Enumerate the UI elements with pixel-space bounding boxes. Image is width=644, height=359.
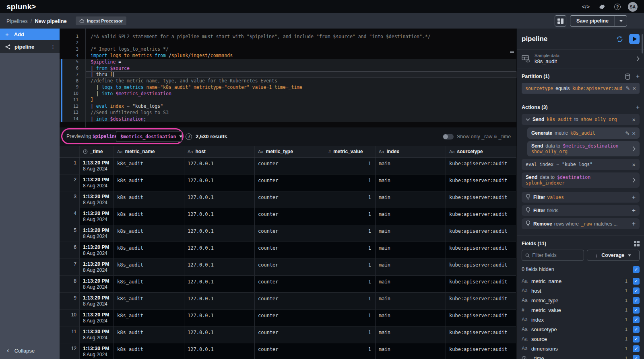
column-header-metric_name[interactable]: Aametric_name bbox=[114, 146, 184, 157]
sidebar-item-pipeline[interactable]: pipeline ⋮ bbox=[0, 40, 60, 53]
action-generate-metric[interactable]: Generate metric k8s_audit ✎ × bbox=[527, 127, 640, 139]
cell-metric-value: 1 bbox=[325, 158, 376, 174]
sample-data-row[interactable]: Sample data k8s_audit bbox=[522, 49, 640, 68]
table-row[interactable]: 91:13:20 PM8 Aug 2024k8s_audit127.0.0.1c… bbox=[60, 293, 516, 310]
table-row[interactable]: 21:13:20 PM8 Aug 2024k8s_audit127.0.0.1c… bbox=[60, 174, 516, 191]
field-visibility-checkbox[interactable]: ✓ bbox=[633, 307, 640, 314]
suggestion-card[interactable]: Filterfields+ bbox=[522, 205, 640, 216]
code-line: 5$pipeline = bbox=[60, 59, 516, 65]
info-icon[interactable]: i bbox=[186, 133, 192, 140]
table-row[interactable]: 51:13:20 PM8 Aug 2024k8s_audit127.0.0.1c… bbox=[60, 225, 516, 242]
field-visibility-checkbox[interactable]: ✓ bbox=[633, 336, 640, 343]
field-visibility-checkbox[interactable]: ✓ bbox=[633, 297, 640, 304]
suggestion-card[interactable]: Filtervalues+ bbox=[522, 192, 640, 203]
code-line: 9 | logs_to_metrics name="k8s_audit" met… bbox=[60, 84, 516, 90]
fields-list: Aametric_name1✓Aahost1✓Aametric_type1✓#m… bbox=[522, 276, 640, 359]
column-header-metric_type[interactable]: Aametric_type bbox=[255, 146, 325, 157]
preview-toolbar: Previewing $pipeline $metrics_destinatio… bbox=[60, 127, 516, 146]
table-row[interactable]: 31:13:20 PM8 Aug 2024k8s_audit127.0.0.1c… bbox=[60, 191, 516, 208]
column-header-metric_value[interactable]: #metric_value bbox=[325, 146, 376, 157]
field-row-host: Aahost1✓ bbox=[522, 286, 640, 295]
cell-metric-value: 1 bbox=[325, 208, 376, 225]
column-header-index[interactable]: Aaindex bbox=[376, 146, 446, 157]
table-row[interactable]: 81:13:20 PM8 Aug 2024k8s_audit127.0.0.1c… bbox=[60, 276, 516, 293]
add-button[interactable]: + Add bbox=[0, 29, 60, 40]
spl2-code-editor[interactable]: 1/*A valid SPL2 statement for a pipeline… bbox=[60, 29, 516, 127]
remove-partition-icon[interactable]: × bbox=[632, 85, 636, 91]
layout-view-button[interactable] bbox=[555, 15, 566, 27]
user-avatar[interactable]: SA bbox=[628, 2, 638, 12]
lightbulb-icon bbox=[526, 220, 530, 228]
edit-pencil-icon[interactable]: ✎ bbox=[625, 85, 630, 91]
cell-index: main bbox=[376, 293, 446, 309]
string-type-icon: Aa bbox=[522, 346, 528, 351]
table-row[interactable]: 11:13:20 PM8 Aug 2024k8s_audit127.0.0.1c… bbox=[60, 158, 516, 174]
select-all-checkbox[interactable]: ✓ bbox=[633, 266, 640, 273]
kebab-menu-icon[interactable]: ⋮ bbox=[50, 44, 56, 50]
fields-grid-icon[interactable] bbox=[634, 241, 640, 246]
add-action-icon[interactable]: + bbox=[636, 104, 640, 111]
cell-index: main bbox=[376, 208, 446, 225]
cell-time: 1:13:20 PM8 Aug 2024 bbox=[80, 174, 114, 191]
sync-icon[interactable] bbox=[616, 35, 623, 43]
coverage-sort-dropdown[interactable]: ↓ Coverage bbox=[587, 250, 640, 261]
table-row[interactable]: 61:13:20 PM8 Aug 2024k8s_audit127.0.0.1c… bbox=[60, 242, 516, 259]
remove-action-icon[interactable]: × bbox=[632, 117, 636, 123]
preview-destination-select[interactable]: $metrics_destination bbox=[116, 131, 182, 142]
column-header-host[interactable]: Aahost bbox=[184, 146, 255, 157]
breadcrumb-pipelines[interactable]: Pipelines bbox=[6, 18, 28, 24]
action-eval-index[interactable]: eval index = "kube_logs" × bbox=[522, 159, 640, 170]
cell-metric-type: counter bbox=[255, 158, 325, 174]
remove-action-icon[interactable]: × bbox=[632, 162, 636, 168]
action-send-destination[interactable]: Send data to $destination splunk_indexer bbox=[522, 172, 640, 188]
row-number: 7 bbox=[60, 259, 80, 275]
save-pipeline-dropdown[interactable] bbox=[615, 16, 627, 26]
database-icon[interactable] bbox=[625, 74, 630, 80]
table-row[interactable]: 41:13:20 PM8 Aug 2024k8s_audit127.0.0.1c… bbox=[60, 208, 516, 225]
help-icon[interactable]: ? bbox=[614, 4, 621, 10]
line-number: 12 bbox=[60, 104, 85, 109]
field-visibility-checkbox[interactable]: ✓ bbox=[633, 287, 640, 294]
edit-pencil-icon[interactable]: ✎ bbox=[625, 130, 630, 136]
table-row[interactable]: 111:13:30 PM8 Aug 2024k8s_audit127.0.0.1… bbox=[60, 326, 516, 343]
suggestion-card[interactable]: Removerows where_rawmatches ...+ bbox=[522, 218, 640, 229]
table-row[interactable]: 121:13:30 PM8 Aug 2024k8s_audit127.0.0.1… bbox=[60, 343, 516, 359]
cell-metric-value: 1 bbox=[325, 343, 376, 359]
code-icon[interactable]: </> bbox=[582, 4, 590, 10]
gear-icon[interactable] bbox=[599, 4, 605, 10]
field-filter-input[interactable] bbox=[532, 252, 580, 258]
add-suggestion-icon[interactable]: + bbox=[632, 194, 636, 201]
editor-scrollbar-thumb[interactable] bbox=[510, 51, 514, 53]
add-suggestion-icon[interactable]: + bbox=[632, 221, 636, 227]
add-suggestion-icon[interactable]: + bbox=[632, 207, 636, 214]
field-visibility-checkbox[interactable]: ✓ bbox=[633, 278, 640, 285]
action-send-metrics-destination[interactable]: Send data to $metrics_destination show_o… bbox=[527, 141, 640, 156]
collapse-sidebar-button[interactable]: ‹ Collapse bbox=[0, 342, 60, 359]
remove-action-icon[interactable]: × bbox=[632, 130, 636, 136]
run-preview-button[interactable] bbox=[629, 34, 640, 44]
field-visibility-checkbox[interactable]: ✓ bbox=[633, 316, 640, 323]
partition-rule-chip[interactable]: sourcetype equals kube:apiserver:audit ✎… bbox=[522, 83, 640, 94]
show-raw-time-toggle[interactable] bbox=[443, 134, 454, 139]
previewing-label: Previewing $pipeline bbox=[66, 133, 118, 139]
row-number: 8 bbox=[60, 276, 80, 292]
table-row[interactable]: 101:13:20 PM8 Aug 2024k8s_audit127.0.0.1… bbox=[60, 310, 516, 326]
row-number: 3 bbox=[60, 191, 80, 208]
field-filter-box[interactable] bbox=[522, 250, 584, 261]
field-visibility-checkbox[interactable]: ✓ bbox=[633, 355, 640, 359]
column-header-_time[interactable]: _time bbox=[80, 146, 114, 157]
table-row[interactable]: 71:13:20 PM8 Aug 2024k8s_audit127.0.0.1c… bbox=[60, 259, 516, 276]
field-row-_time: _time1✓ bbox=[522, 353, 640, 359]
panel-scrollbar-thumb[interactable] bbox=[642, 34, 643, 53]
cell-metric-type: counter bbox=[255, 259, 325, 275]
save-pipeline-button[interactable]: Save pipeline bbox=[570, 16, 615, 26]
field-visibility-checkbox[interactable]: ✓ bbox=[633, 345, 640, 352]
action-send-group[interactable]: Send k8s_audit to show_o11y_org × bbox=[522, 114, 640, 125]
column-header-sourcetype[interactable]: Aasourcetype bbox=[446, 146, 516, 157]
field-name: metric_name bbox=[531, 278, 623, 284]
cell-time: 1:13:20 PM8 Aug 2024 bbox=[80, 225, 114, 242]
cell-time: 1:13:20 PM8 Aug 2024 bbox=[80, 242, 114, 258]
row-number: 5 bbox=[60, 225, 80, 242]
field-visibility-checkbox[interactable]: ✓ bbox=[633, 326, 640, 333]
add-partition-icon[interactable]: + bbox=[636, 73, 640, 80]
